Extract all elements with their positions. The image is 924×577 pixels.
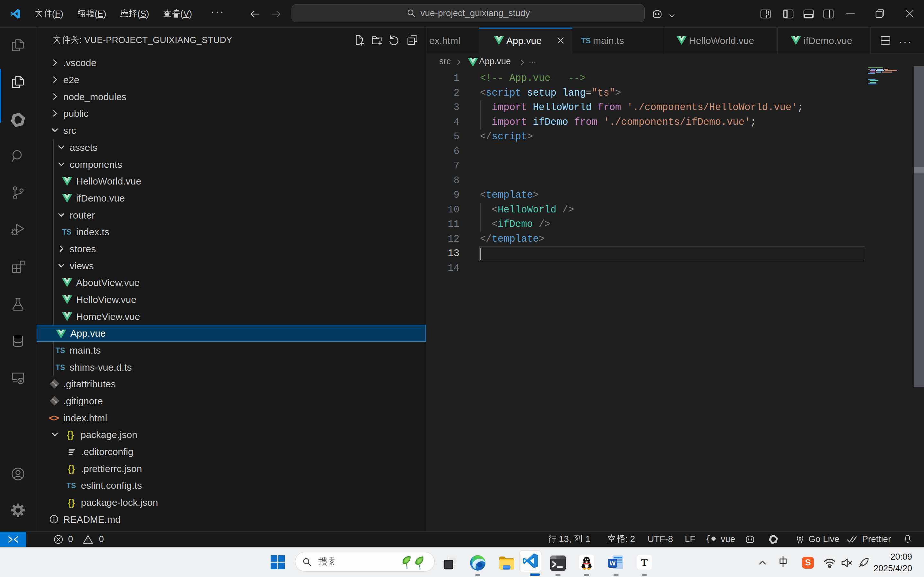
svg-text:T: T xyxy=(641,557,648,568)
svg-text:W: W xyxy=(610,560,616,567)
